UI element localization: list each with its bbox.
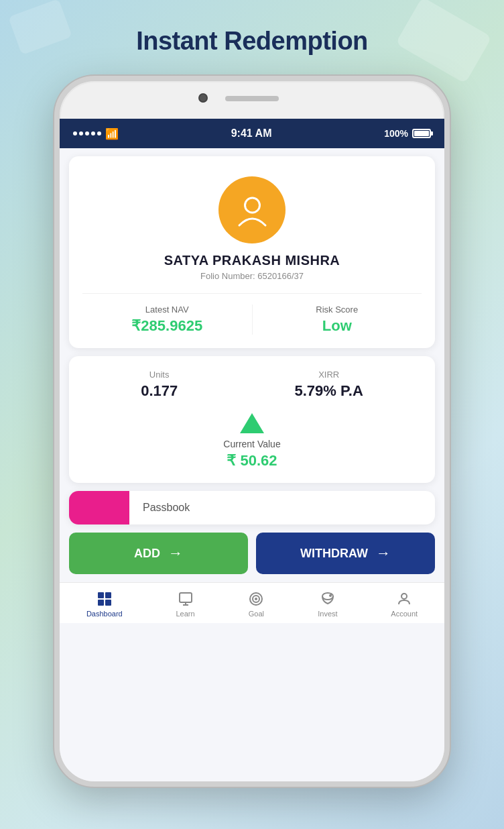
invest-icon <box>320 591 336 607</box>
wifi-icon: 📶 <box>105 127 119 140</box>
signal-dot-3 <box>85 131 89 135</box>
nav-label-learn: Learn <box>176 610 195 618</box>
triangle-up-icon <box>240 413 264 433</box>
withdraw-button[interactable]: WITHDRAW → <box>256 533 435 574</box>
withdraw-label: WITHDRAW <box>300 547 368 561</box>
battery-icon <box>412 129 431 138</box>
svg-rect-3 <box>98 600 104 606</box>
avatar-icon <box>234 192 271 229</box>
xirr-value: 5.79% P.A <box>295 382 363 400</box>
learn-icon <box>178 591 194 607</box>
status-bar: 📶 9:41 AM 100% <box>60 119 444 148</box>
page-title: Instant Redemption <box>136 27 368 56</box>
avatar <box>218 176 286 243</box>
phone-camera <box>198 93 208 103</box>
svg-rect-4 <box>105 600 111 606</box>
svg-rect-5 <box>180 593 192 602</box>
nav-label-goal: Goal <box>249 610 264 618</box>
units-label: Units <box>149 370 170 380</box>
risk-score-stat: Risk Score Low <box>253 305 422 335</box>
xirr-metric: XIRR 5.79% P.A <box>295 370 363 400</box>
add-label: ADD <box>134 547 160 561</box>
app-content: SATYA PRAKASH MISHRA Folio Number: 65201… <box>60 148 444 781</box>
passbook-section[interactable]: Passbook <box>69 491 435 524</box>
signal-dot-4 <box>91 131 95 135</box>
svg-rect-1 <box>98 592 104 598</box>
current-value-amount: ₹ 50.62 <box>227 452 277 469</box>
dashboard-icon <box>97 591 113 607</box>
metrics-row: Units 0.177 XIRR 5.79% P.A <box>82 370 422 400</box>
status-time: 9:41 AM <box>231 127 272 140</box>
battery-fill <box>414 131 429 136</box>
nav-item-goal[interactable]: Goal <box>240 588 272 620</box>
risk-score-label: Risk Score <box>316 305 358 315</box>
metrics-card: Units 0.177 XIRR 5.79% P.A Current Value… <box>69 356 435 483</box>
signal-dot-1 <box>73 131 77 135</box>
svg-point-10 <box>255 598 257 600</box>
profile-section: SATYA PRAKASH MISHRA Folio Number: 65201… <box>69 156 435 348</box>
decorative-shape-right <box>395 0 492 84</box>
account-icon <box>396 591 412 607</box>
nav-item-dashboard[interactable]: Dashboard <box>78 588 131 620</box>
risk-score-value: Low <box>322 317 352 335</box>
units-metric: Units 0.177 <box>141 370 178 400</box>
passbook-tab <box>69 491 129 524</box>
svg-rect-2 <box>105 592 111 598</box>
svg-point-0 <box>245 198 259 213</box>
nav-item-account[interactable]: Account <box>383 588 426 620</box>
add-arrow-icon: → <box>168 545 183 562</box>
decorative-shape-left <box>8 0 72 55</box>
profile-stats: Latest NAV ₹285.9625 Risk Score Low <box>82 293 422 335</box>
phone-speaker <box>225 96 279 101</box>
units-value: 0.177 <box>141 382 178 400</box>
status-left: 📶 <box>73 127 119 140</box>
xirr-label: XIRR <box>318 370 339 380</box>
phone-frame: 📶 9:41 AM 100% SATYA PRAKASH MISHRA Foli… <box>54 76 450 787</box>
status-right: 100% <box>384 128 431 139</box>
withdraw-arrow-icon: → <box>376 545 391 562</box>
nav-label-account: Account <box>391 610 418 618</box>
nav-label-dashboard: Dashboard <box>86 610 123 618</box>
current-value-section: Current Value ₹ 50.62 <box>82 413 422 469</box>
nav-item-learn[interactable]: Learn <box>168 588 203 620</box>
current-value-label: Current Value <box>223 439 280 449</box>
action-buttons: ADD → WITHDRAW → <box>69 533 435 574</box>
latest-nav-label: Latest NAV <box>145 305 189 315</box>
svg-point-13 <box>401 594 407 599</box>
add-button[interactable]: ADD → <box>69 533 248 574</box>
passbook-label: Passbook <box>129 502 203 514</box>
signal-dot-2 <box>79 131 83 135</box>
latest-nav-value: ₹285.9625 <box>131 317 202 335</box>
user-name: SATYA PRAKASH MISHRA <box>164 253 340 268</box>
nav-label-invest: Invest <box>318 610 337 618</box>
nav-item-invest[interactable]: Invest <box>310 588 345 620</box>
bottom-nav: Dashboard Learn Goal <box>60 582 444 623</box>
signal-dots <box>73 131 101 135</box>
battery-percentage: 100% <box>384 128 408 139</box>
folio-number: Folio Number: 6520166/37 <box>200 271 304 281</box>
signal-dot-5 <box>97 131 101 135</box>
goal-icon <box>248 591 264 607</box>
latest-nav-stat: Latest NAV ₹285.9625 <box>82 305 253 335</box>
